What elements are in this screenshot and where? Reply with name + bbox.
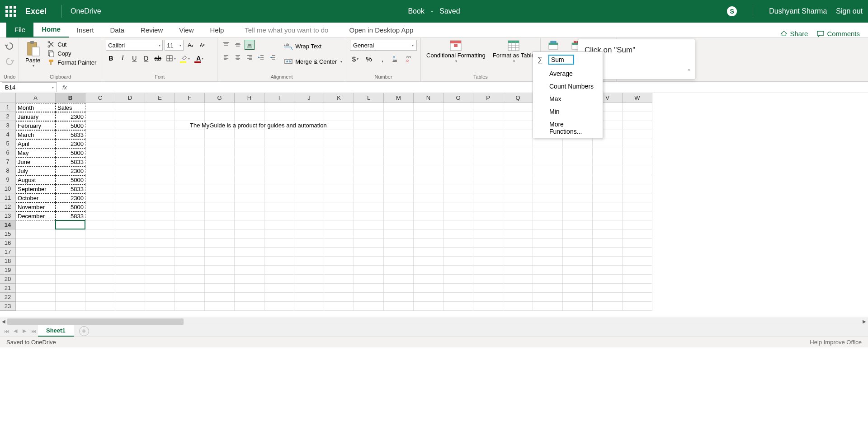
cell-e1[interactable] (145, 103, 175, 112)
cell-c2[interactable] (85, 112, 115, 121)
row-header-4[interactable]: 4 (0, 130, 16, 139)
cell-v21[interactable] (593, 284, 623, 293)
cell-q10[interactable] (503, 184, 533, 193)
cell-v16[interactable] (593, 239, 623, 248)
cell-c16[interactable] (85, 239, 115, 248)
cell-o22[interactable] (443, 293, 473, 302)
menu-item-sum[interactable]: ∑Sum (533, 52, 603, 67)
row-header-22[interactable]: 22 (0, 293, 16, 302)
cell-q22[interactable] (503, 293, 533, 302)
cell-q3[interactable] (503, 121, 533, 130)
column-header-p[interactable]: P (473, 93, 503, 103)
cell-l7[interactable] (354, 157, 384, 166)
cell-n5[interactable] (414, 139, 443, 148)
cell-d19[interactable] (115, 266, 145, 275)
cell-e14[interactable] (145, 220, 175, 229)
cell-v19[interactable] (593, 266, 623, 275)
cell-q13[interactable] (503, 211, 533, 220)
cell-g9[interactable] (205, 175, 235, 184)
cell-t19[interactable] (533, 266, 563, 275)
row-header-8[interactable]: 8 (0, 166, 16, 175)
cell-d16[interactable] (115, 239, 145, 248)
sheet-tab-sheet1[interactable]: Sheet1 (38, 325, 74, 337)
cell-t17[interactable] (533, 248, 563, 257)
cell-g4[interactable] (205, 130, 235, 139)
cell-a23[interactable] (16, 302, 56, 311)
cell-m17[interactable] (384, 248, 414, 257)
cell-l6[interactable] (354, 148, 384, 157)
cell-o23[interactable] (443, 302, 473, 311)
cell-v10[interactable] (593, 184, 623, 193)
cell-f12[interactable] (175, 202, 205, 211)
cell-v18[interactable] (593, 257, 623, 266)
row-header-18[interactable]: 18 (0, 257, 16, 266)
cell-h13[interactable] (235, 211, 264, 220)
cell-o5[interactable] (443, 139, 473, 148)
cell-d4[interactable] (115, 130, 145, 139)
column-header-c[interactable]: C (85, 93, 115, 103)
cell-u8[interactable] (563, 166, 593, 175)
cell-i4[interactable] (264, 130, 294, 139)
cell-u19[interactable] (563, 266, 593, 275)
cell-o7[interactable] (443, 157, 473, 166)
skype-icon[interactable]: S (727, 6, 737, 16)
cell-o11[interactable] (443, 193, 473, 202)
cell-v7[interactable] (593, 157, 623, 166)
cell-n17[interactable] (414, 248, 443, 257)
cell-u15[interactable] (563, 229, 593, 239)
merge-center-button[interactable]: Merge & Center▾ (284, 55, 342, 68)
cell-g20[interactable] (205, 275, 235, 284)
cell-l14[interactable] (354, 220, 384, 229)
column-header-o[interactable]: O (443, 93, 473, 103)
column-header-h[interactable]: H (235, 93, 264, 103)
cell-w12[interactable] (623, 202, 652, 211)
cell-o16[interactable] (443, 239, 473, 248)
cell-p10[interactable] (473, 184, 503, 193)
cell-p18[interactable] (473, 257, 503, 266)
cell-a9[interactable]: August (16, 175, 56, 184)
cell-j13[interactable] (294, 211, 324, 220)
cell-u21[interactable] (563, 284, 593, 293)
cell-i10[interactable] (264, 184, 294, 193)
cell-w22[interactable] (623, 293, 652, 302)
cell-k13[interactable] (324, 211, 354, 220)
row-header-6[interactable]: 6 (0, 148, 16, 157)
cell-c9[interactable] (85, 175, 115, 184)
cell-a17[interactable] (16, 248, 56, 257)
cell-t10[interactable] (533, 184, 563, 193)
cell-k19[interactable] (324, 266, 354, 275)
font-color-button[interactable]: A▾ (193, 53, 206, 63)
increase-decimal-button[interactable]: .0.00 (391, 53, 401, 64)
cell-h7[interactable] (235, 157, 264, 166)
column-header-e[interactable]: E (145, 93, 175, 103)
cell-w19[interactable] (623, 266, 652, 275)
column-header-f[interactable]: F (175, 93, 205, 103)
cell-l11[interactable] (354, 193, 384, 202)
cell-g11[interactable] (205, 193, 235, 202)
cell-a14[interactable] (16, 220, 56, 229)
cell-k18[interactable] (324, 257, 354, 266)
cell-j5[interactable] (294, 139, 324, 148)
cell-g1[interactable] (205, 103, 235, 112)
cell-q18[interactable] (503, 257, 533, 266)
cell-l8[interactable] (354, 166, 384, 175)
cell-p20[interactable] (473, 275, 503, 284)
cell-b17[interactable] (56, 248, 85, 257)
cell-m9[interactable] (384, 175, 414, 184)
tell-me-input[interactable]: Tell me what you want to do (232, 23, 341, 37)
cell-j10[interactable] (294, 184, 324, 193)
cell-j22[interactable] (294, 293, 324, 302)
cell-o19[interactable] (443, 266, 473, 275)
cell-b21[interactable] (56, 284, 85, 293)
menu-item-more-functions[interactable]: More Functions... (533, 118, 603, 138)
app-launcher-icon[interactable] (5, 6, 16, 17)
cell-g19[interactable] (205, 266, 235, 275)
cell-h22[interactable] (235, 293, 264, 302)
cell-e12[interactable] (145, 202, 175, 211)
cell-u22[interactable] (563, 293, 593, 302)
cell-k4[interactable] (324, 130, 354, 139)
cell-b14[interactable] (56, 220, 85, 229)
cell-n12[interactable] (414, 202, 443, 211)
cell-j20[interactable] (294, 275, 324, 284)
undo-button[interactable] (4, 41, 15, 51)
